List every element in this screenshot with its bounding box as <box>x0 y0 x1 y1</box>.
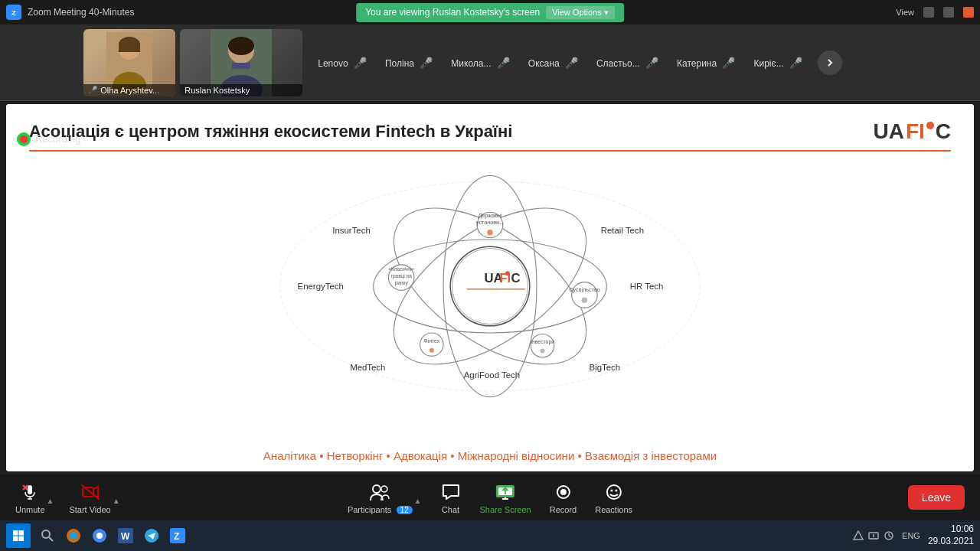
svg-rect-69 <box>13 530 18 536</box>
participants-button[interactable]: Participants 12 <box>348 481 413 514</box>
uafic-logo: UAFI C <box>873 119 951 144</box>
share-screen-button[interactable]: Share Screen <box>479 481 531 514</box>
participant-slastbo: Сластьо... 🎤 <box>593 54 662 72</box>
svg-text:MedTech: MedTech <box>350 363 385 372</box>
svg-point-39 <box>531 334 554 357</box>
share-screen-icon <box>495 481 516 503</box>
participant-mikola: Микола... 🎤 <box>448 54 513 72</box>
svg-point-58 <box>381 486 387 492</box>
svg-text:«Класичні»: «Класичні» <box>388 266 414 272</box>
next-participants-button[interactable] <box>818 51 842 75</box>
svg-point-76 <box>70 532 77 540</box>
svg-text:Суспільство: Суспільство <box>569 286 600 293</box>
svg-text:HR Tech: HR Tech <box>630 282 664 291</box>
svg-text:W: W <box>121 531 130 542</box>
zoom-taskbar-button[interactable]: Z <box>168 527 187 545</box>
unmute-label: Unmute <box>15 505 45 514</box>
participants-chevron[interactable]: ▲ <box>414 491 422 505</box>
participant-kateryna: Катерина 🎤 <box>674 54 738 72</box>
participant-oksana: Оксана 🎤 <box>525 54 581 72</box>
participant-polina: Поліна 🎤 <box>382 54 436 72</box>
viewing-banner: You are viewing Ruslan Kostetsky's scree… <box>356 3 624 22</box>
recording-green-dot <box>17 132 31 146</box>
atom-diagram: UA FI C Державні установи... «Клас <box>29 164 951 409</box>
svg-text:EnergyTech: EnergyTech <box>298 282 344 291</box>
svg-point-68 <box>615 489 617 491</box>
svg-text:Інвестори: Інвестори <box>531 339 554 345</box>
participant-lenovo: Lenovo 🎤 <box>315 54 370 72</box>
share-screen-label: Share Screen <box>479 505 531 514</box>
reactions-button[interactable]: Reactions <box>595 481 632 514</box>
record-button[interactable]: Record <box>550 481 577 514</box>
recording-indicator: Recording <box>17 132 80 146</box>
reactions-icon <box>603 481 625 503</box>
start-video-label: Start Video <box>69 505 110 514</box>
reactions-label: Reactions <box>595 505 632 514</box>
svg-rect-72 <box>19 536 24 542</box>
title-bar: Z Zoom Meeting 40-Minutes You are viewin… <box>0 0 980 24</box>
svg-point-28 <box>487 230 493 236</box>
slide-title: Асоціація є центром тяжіння екосистеми F… <box>29 122 512 142</box>
chrome-button[interactable] <box>90 527 109 545</box>
svg-point-65 <box>560 489 566 495</box>
system-clock: 10:06 29.03.2021 <box>928 523 974 547</box>
slide-area: Асоціація є центром тяжіння екосистеми F… <box>6 104 974 471</box>
svg-text:ринку: ринку <box>395 280 409 286</box>
browser-firefox-button[interactable] <box>64 527 83 545</box>
svg-rect-12 <box>232 63 250 69</box>
svg-line-90 <box>889 536 891 537</box>
view-label: View <box>896 8 914 17</box>
unmute-button[interactable]: Unmute <box>15 481 45 514</box>
svg-point-73 <box>42 530 50 538</box>
svg-text:Державні: Державні <box>478 212 502 219</box>
svg-text:гравці на: гравці на <box>391 273 413 279</box>
participant-kyriye: Кирiє... 🎤 <box>750 54 805 72</box>
window-title: Zoom Meeting 40-Minutes <box>28 7 134 18</box>
svg-text:установи...: установи... <box>476 219 504 226</box>
start-video-button[interactable]: Start Video <box>69 481 110 514</box>
svg-rect-6 <box>119 44 140 52</box>
record-label: Record <box>550 505 577 514</box>
olha-mute-icon: 🎤 <box>88 86 97 94</box>
minimize-button[interactable] <box>923 7 934 18</box>
participants-label: Participants 12 <box>348 505 413 514</box>
video-chevron[interactable]: ▲ <box>113 491 120 505</box>
view-options-button[interactable]: View Options ▾ <box>546 6 615 19</box>
participants-icon <box>369 481 390 503</box>
chat-button[interactable]: Chat <box>439 481 461 514</box>
svg-point-38 <box>430 348 434 353</box>
start-button[interactable] <box>6 523 31 548</box>
participant-tile-olha[interactable]: 🎤 Olha Aryshtev... <box>83 29 175 96</box>
svg-text:C: C <box>511 271 520 285</box>
unmute-chevron[interactable]: ▲ <box>47 491 54 505</box>
word-button[interactable]: W <box>116 527 135 545</box>
svg-point-35 <box>582 297 588 303</box>
svg-point-11 <box>228 37 254 55</box>
svg-rect-54 <box>83 487 93 497</box>
video-camera-icon <box>80 481 101 503</box>
search-taskbar-button[interactable] <box>38 527 57 545</box>
zoom-app-icon: Z <box>6 5 21 20</box>
maximize-button[interactable] <box>943 7 954 18</box>
svg-text:Retail Tech: Retail Tech <box>601 226 644 235</box>
svg-point-19 <box>452 248 528 324</box>
svg-text:BigTech: BigTech <box>590 363 621 372</box>
record-icon <box>552 481 573 503</box>
svg-rect-49 <box>28 485 32 494</box>
svg-point-66 <box>607 485 621 499</box>
svg-text:Z: Z <box>174 531 179 542</box>
close-button[interactable] <box>963 7 974 18</box>
svg-text:AgriFood Tech: AgriFood Tech <box>464 370 520 380</box>
banner-text: You are viewing Ruslan Kostetsky's scree… <box>365 7 540 18</box>
leave-button[interactable]: Leave <box>908 485 965 510</box>
svg-rect-71 <box>13 536 18 542</box>
svg-line-74 <box>49 537 53 541</box>
microphone-icon <box>19 481 41 503</box>
telegram-button[interactable] <box>142 527 161 545</box>
ruslan-name: Ruslan Kostetsky <box>185 86 250 95</box>
chat-label: Chat <box>442 505 459 514</box>
participant-tile-ruslan[interactable]: Ruslan Kostetsky <box>180 29 302 96</box>
chat-icon <box>439 481 461 503</box>
svg-text:Фінтех: Фінтех <box>423 338 439 344</box>
system-taskbar: W Z ENG 10:06 29.03.2021 <box>0 520 980 551</box>
